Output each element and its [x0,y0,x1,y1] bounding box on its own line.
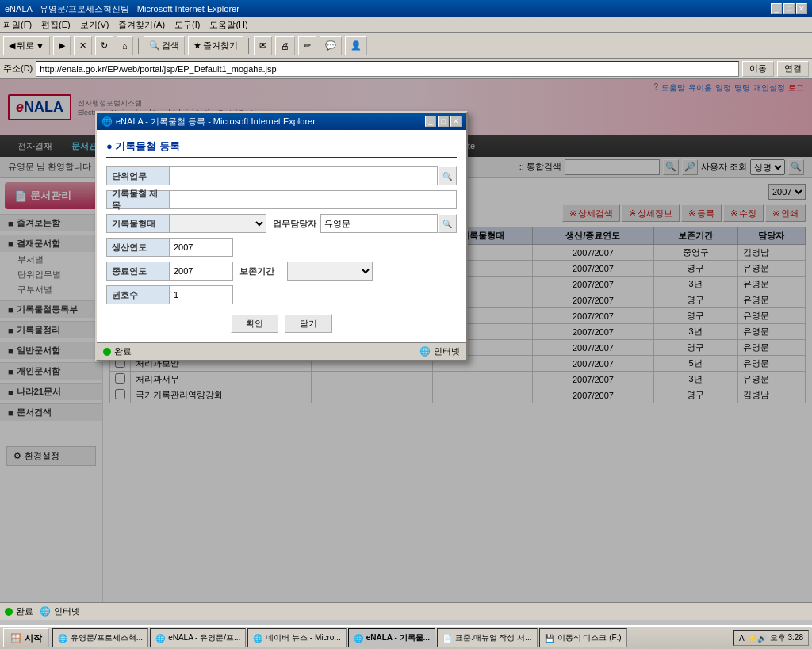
popup-casenum-input[interactable] [170,285,233,304]
popup-manager-label: 업무담당자 [273,218,320,230]
address-input[interactable] [36,61,739,77]
back-btn[interactable]: ◀ 뒤로 ▼ [3,36,50,55]
stop-btn[interactable]: ✕ [74,36,92,55]
popup-type-manager-row: 기록물형태 업무담당자 🔍 [106,214,457,233]
forward-icon: ▶ [59,40,65,51]
taskbar-label-2: eNALA - 유영문/프... [168,632,240,643]
refresh-btn[interactable]: ↻ [95,36,113,55]
favorites-icon: ★ [193,40,201,51]
favorites-label: 즐겨찾기 [203,40,238,52]
taskbar-label-5: 표준.매뉴얼 작성 서... [455,632,532,643]
menu-favorites[interactable]: 즐겨찾기(A) [118,19,165,31]
connect-btn[interactable]: 연결 [777,61,809,77]
popup-section-title: ● 기록물철 등록 [106,139,457,158]
mail-btn[interactable]: ✉ [254,36,272,55]
popup-title-area: 🌐 eNALA - 기록물철 등록 - Microsoft Internet E… [102,116,316,128]
start-button[interactable]: 🪟 시작 [3,628,49,647]
popup-status-dot [103,348,111,356]
browser-status-dot [5,608,13,616]
forward-btn[interactable]: ▶ [53,36,71,55]
messenger-btn[interactable]: 👤 [345,36,367,55]
taskbar-icon-4: 🌐 [354,634,363,643]
minimize-btn[interactable]: _ [771,3,782,14]
popup-endyear-row: 종료연도 보존기간 [106,262,457,281]
popup-title-input[interactable] [170,190,457,209]
favorites-btn[interactable]: ★ 즐겨찾기 [188,36,243,55]
taskbar-items: 🌐 유영문/프로세스혁... 🌐 eNALA - 유영문/프... 🌐 네이버 … [52,628,733,647]
taskbar-item-5[interactable]: 📄 표준.매뉴얼 작성 서... [437,628,538,647]
taskbar-icon-1: 🌐 [58,634,67,643]
popup-unit-row: 단위업무 🔍 [106,166,457,185]
taskbar-label-4: eNALA - 기록물... [366,632,430,643]
popup-type-label: 기록물형태 [106,214,170,233]
popup-title-label: 기록물철 제목 [106,190,170,209]
browser-security: 🌐 인터넷 [40,605,80,617]
menu-tools[interactable]: 도구(I) [174,19,200,31]
popup-title-text: eNALA - 기록물철 등록 - Microsoft Internet Exp… [116,116,316,128]
popup-unit-input-area: 🔍 [170,166,457,185]
taskbar-icon-5: 📄 [442,634,452,643]
browser-titlebar: eNALA - 유영문/프로세스혁신팀 - Microsoft Internet… [0,0,812,17]
popup-action-buttons: 확인 닫기 [106,314,457,333]
popup-security-text: 인터넷 [434,345,460,357]
popup-window: 🌐 eNALA - 기록물철 등록 - Microsoft Internet E… [95,111,468,361]
taskbar-icon-3: 🌐 [253,634,262,643]
back-label: 뒤로 [17,40,34,52]
edit-btn[interactable]: ✏ [298,36,316,55]
home-btn[interactable]: ⌂ [117,36,133,55]
address-label: 주소(D) [3,63,33,74]
bullet-marker: ● [106,140,115,152]
popup-type-select[interactable] [170,214,266,233]
taskbar-item-4[interactable]: 🌐 eNALA - 기록물... [348,628,435,647]
menu-view[interactable]: 보기(V) [80,19,109,31]
popup-minimize-btn[interactable]: _ [425,116,436,127]
popup-endyear-label: 종료연도 [106,262,170,281]
restore-btn[interactable]: □ [783,3,795,14]
popup-produce-label: 생산연도 [106,238,170,257]
menu-file[interactable]: 파일(F) [3,19,32,31]
browser-window-controls: _ □ ✕ [771,3,807,14]
popup-restore-btn[interactable]: □ [438,116,449,127]
taskbar-label-6: 이동식 디스크 (F:) [557,632,622,643]
search-label: 검색 [162,40,179,52]
popup-manager-search-btn[interactable]: 🔍 [438,214,457,233]
taskbar-item-1[interactable]: 🌐 유영문/프로세스혁... [52,628,148,647]
back-arrow: ▼ [36,41,44,51]
popup-status-indicator: 완료 [103,345,132,357]
menu-edit[interactable]: 편집(E) [41,19,71,31]
popup-close-btn[interactable]: ✕ [450,116,462,127]
popup-controls: _ □ ✕ [425,116,462,127]
taskbar-label-3: 네이버 뉴스 - Micro... [266,632,340,643]
browser-status-indicator: 완료 [5,605,33,617]
toolbar-sep2 [248,38,249,54]
address-bar: 주소(D) 이동 연결 [0,59,812,79]
popup-preserve-select[interactable] [287,262,373,281]
popup-confirm-btn[interactable]: 확인 [231,314,278,333]
popup-body: ● 기록물철 등록 단위업무 🔍 기록물철 제목 [97,130,466,342]
close-btn[interactable]: ✕ [796,3,807,14]
popup-form: 단위업무 🔍 기록물철 제목 기록물형태 [106,166,457,333]
search-btn[interactable]: 🔍 검색 [144,36,185,55]
browser-statusbar: 완료 🌐 인터넷 [0,602,812,620]
popup-produce-input[interactable] [170,238,233,257]
popup-statusbar: 완료 🌐 인터넷 [97,342,466,360]
taskbar-item-3[interactable]: 🌐 네이버 뉴스 - Micro... [247,628,346,647]
browser-menubar: 파일(F) 편집(E) 보기(V) 즐겨찾기(A) 도구(I) 도움말(H) [0,17,812,33]
taskbar-item-6[interactable]: 💾 이동식 디스크 (F:) [539,628,627,647]
go-btn[interactable]: 이동 [742,61,774,77]
popup-unit-input[interactable] [170,166,438,185]
popup-produce-row: 생산연도 [106,238,457,257]
popup-manager-input[interactable] [320,214,438,233]
popup-unit-search-btn[interactable]: 🔍 [438,166,457,185]
popup-close-action-btn[interactable]: 닫기 [285,314,332,333]
taskbar-item-2[interactable]: 🌐 eNALA - 유영문/프... [150,628,246,647]
start-label: 시작 [25,632,42,644]
popup-endyear-input[interactable] [170,262,233,281]
print-btn[interactable]: 🖨 [275,36,295,55]
tray-icons: ⚡🔊 [748,634,767,643]
menu-help[interactable]: 도움말(H) [209,19,247,31]
popup-section-label: 기록물철 등록 [115,140,180,152]
taskbar: 🪟 시작 🌐 유영문/프로세스혁... 🌐 eNALA - 유영문/프... 🌐… [0,625,812,649]
popup-title-row: 기록물철 제목 [106,190,457,209]
discuss-btn[interactable]: 💬 [320,36,342,55]
